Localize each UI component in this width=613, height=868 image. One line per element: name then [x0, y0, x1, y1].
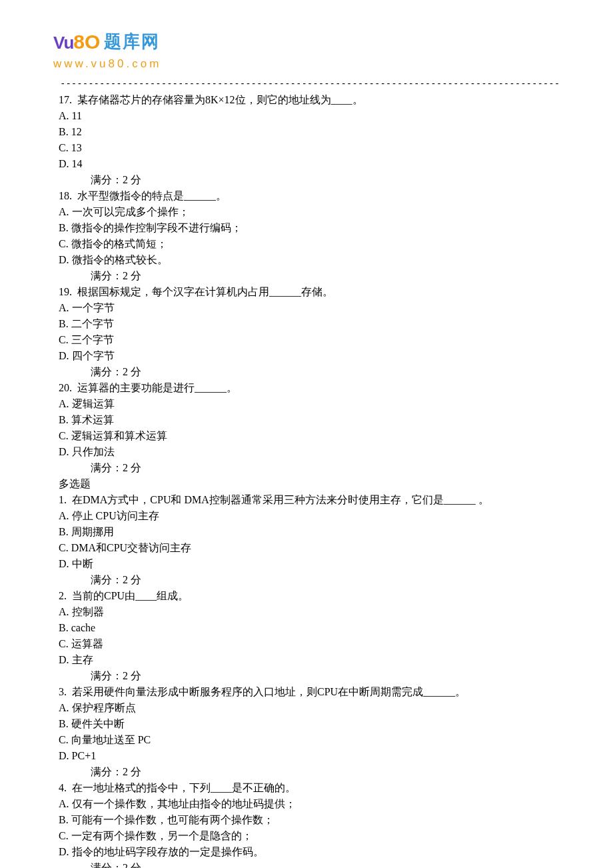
- option: B. 可能有一个操作数，也可能有两个操作数；: [59, 812, 560, 828]
- option: C. DMA和CPU交替访问主存: [59, 540, 560, 556]
- question-text: 某存储器芯片的存储容量为8K×12位，则它的地址线为____。: [77, 94, 363, 105]
- content-area: 17. 某存储器芯片的存储容量为8K×12位，则它的地址线为____。 A. 1…: [53, 92, 560, 869]
- page-container: Vu8O 题库网 www.vu80.com ------------------…: [0, 0, 613, 868]
- logo-url: www.vu80.com: [53, 55, 560, 73]
- question-stem: 19. 根据国标规定，每个汉字在计算机内占用______存储。: [59, 284, 560, 300]
- score-line: 满分：2 分: [59, 172, 560, 188]
- option: A. 一次可以完成多个操作；: [59, 204, 560, 220]
- logo-row: Vu8O 题库网: [53, 27, 560, 57]
- option: B. 12: [59, 124, 560, 140]
- question-number: 17.: [59, 94, 72, 105]
- question-text: 在一地址格式的指令中，下列____是不正确的。: [72, 782, 296, 793]
- option: C. 13: [59, 140, 560, 156]
- option: A. 逻辑运算: [59, 396, 560, 412]
- divider-line: ----------------------------------------…: [60, 77, 560, 91]
- question-stem: 4. 在一地址格式的指令中，下列____是不正确的。: [59, 780, 560, 796]
- option: A. 控制器: [59, 604, 560, 620]
- question-stem: 20. 运算器的主要功能是进行______。: [59, 380, 560, 396]
- option: B. 二个字节: [59, 316, 560, 332]
- option: C. 一定有两个操作数，另一个是隐含的；: [59, 828, 560, 844]
- option: C. 运算器: [59, 636, 560, 652]
- question-number: 3.: [59, 686, 67, 697]
- option: C. 向量地址送至 PC: [59, 732, 560, 748]
- score-line: 满分：2 分: [59, 268, 560, 284]
- question-stem: 2. 当前的CPU由____组成。: [59, 588, 560, 604]
- score-line: 满分：2 分: [59, 860, 560, 869]
- question-text: 当前的CPU由____组成。: [72, 590, 189, 601]
- logo-text-part1: Vu8O: [53, 27, 100, 57]
- option: B. 硬件关中断: [59, 716, 560, 732]
- option: A. 11: [59, 108, 560, 124]
- option: B. 周期挪用: [59, 524, 560, 540]
- score-line: 满分：2 分: [59, 764, 560, 780]
- option: D. 微指令的格式较长。: [59, 252, 560, 268]
- option: B. 微指令的操作控制字段不进行编码；: [59, 220, 560, 236]
- score-line: 满分：2 分: [59, 460, 560, 476]
- option: D. 主存: [59, 652, 560, 668]
- option: A. 停止 CPU访问主存: [59, 508, 560, 524]
- question-stem: 17. 某存储器芯片的存储容量为8K×12位，则它的地址线为____。: [59, 92, 560, 108]
- option: A. 保护程序断点: [59, 700, 560, 716]
- question-text: 水平型微指令的特点是______。: [77, 190, 227, 201]
- option: C. 三个字节: [59, 332, 560, 348]
- question-text: 若采用硬件向量法形成中断服务程序的入口地址，则CPU在中断周期需完成______…: [72, 686, 466, 697]
- option: B. 算术运算: [59, 412, 560, 428]
- question-number: 19.: [59, 286, 72, 297]
- option: D. 只作加法: [59, 444, 560, 460]
- option: A. 一个字节: [59, 300, 560, 316]
- question-text: 运算器的主要功能是进行______。: [77, 382, 237, 393]
- option: D. PC+1: [59, 748, 560, 764]
- question-stem: 18. 水平型微指令的特点是______。: [59, 188, 560, 204]
- logo-prefix: Vu: [53, 33, 73, 53]
- score-line: 满分：2 分: [59, 572, 560, 588]
- score-line: 满分：2 分: [59, 668, 560, 684]
- question-number: 18.: [59, 190, 72, 201]
- question-number: 4.: [59, 782, 67, 793]
- question-stem: 3. 若采用硬件向量法形成中断服务程序的入口地址，则CPU在中断周期需完成___…: [59, 684, 560, 700]
- question-number: 2.: [59, 590, 67, 601]
- question-stem: 1. 在DMA方式中，CPU和 DMA控制器通常采用三种方法来分时使用主存，它们…: [59, 492, 560, 508]
- option: D. 指令的地址码字段存放的一定是操作码。: [59, 844, 560, 860]
- option: C. 逻辑运算和算术运算: [59, 428, 560, 444]
- question-number: 1.: [59, 494, 67, 505]
- option: D. 中断: [59, 556, 560, 572]
- option: D. 四个字节: [59, 348, 560, 364]
- section-header: 多选题: [59, 476, 560, 492]
- option: B. cache: [59, 620, 560, 636]
- site-logo: Vu8O 题库网 www.vu80.com: [53, 27, 560, 73]
- option: C. 微指令的格式简短；: [59, 236, 560, 252]
- option: D. 14: [59, 156, 560, 172]
- question-text: 在DMA方式中，CPU和 DMA控制器通常采用三种方法来分时使用主存，它们是__…: [72, 494, 489, 505]
- logo-big: 8O: [73, 31, 100, 53]
- question-text: 根据国标规定，每个汉字在计算机内占用______存储。: [77, 286, 333, 297]
- score-line: 满分：2 分: [59, 364, 560, 380]
- question-number: 20.: [59, 382, 72, 393]
- logo-cn: 题库网: [104, 29, 160, 55]
- option: A. 仅有一个操作数，其地址由指令的地址码提供；: [59, 796, 560, 812]
